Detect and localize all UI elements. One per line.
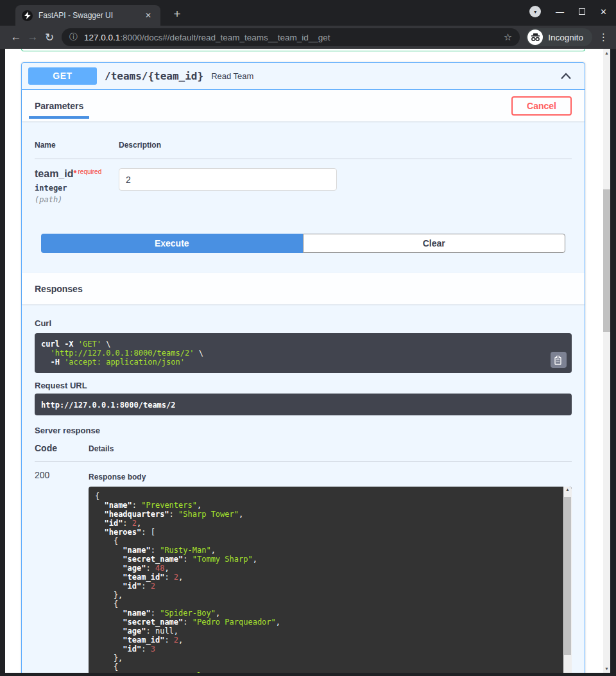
copy-to-clipboard-button[interactable]	[551, 352, 567, 368]
bookmark-star-icon[interactable]: ☆	[504, 31, 512, 43]
column-header-name: Name	[35, 141, 119, 150]
column-header-description: Description	[119, 141, 161, 150]
request-url-label: Request URL	[35, 381, 572, 390]
incognito-icon	[527, 30, 543, 45]
response-body-json: { "name": "Preventers", "headquarters": …	[95, 492, 559, 673]
window-controls: ▼ — ✕	[529, 6, 607, 17]
browser-menu-icon[interactable]: ⋮	[599, 31, 608, 43]
column-header-code: Code	[35, 443, 89, 453]
tab-close-icon[interactable]: ✕	[142, 10, 154, 21]
curl-command-block: curl -X 'GET' \ 'http://127.0.0.1:8000/t…	[35, 333, 572, 373]
browser-tab[interactable]: FastAPI - Swagger UI ✕	[15, 5, 160, 26]
http-method-badge: GET	[28, 67, 97, 85]
parameter-value-cell	[119, 168, 337, 204]
browser-toolbar: ← → ↻ ⓘ 127.0.0.1:8000/docs#/default/rea…	[0, 26, 616, 49]
response-details-cell: Response body { "name": "Preventers", "h…	[89, 470, 572, 673]
site-info-icon[interactable]: ⓘ	[69, 31, 78, 43]
endpoint-path: /teams/{team_id}	[105, 70, 203, 82]
responses-section-header: Responses	[22, 273, 585, 304]
page-scrollbar-down-icon[interactable]: ▼	[603, 666, 610, 671]
endpoint-summary: Read Team	[211, 71, 253, 81]
request-url-block: http://127.0.0.1:8000/teams/2	[35, 394, 572, 415]
required-label: required	[78, 168, 102, 175]
new-tab-button[interactable]: +	[169, 7, 185, 22]
execute-button-group: Execute Clear	[41, 234, 565, 253]
response-table-head: Code Details	[35, 443, 572, 462]
column-header-details: Details	[89, 444, 114, 453]
cancel-button[interactable]: Cancel	[511, 96, 572, 116]
tab-parameters: Parameters	[29, 92, 89, 119]
tab-title: FastAPI - Swagger UI	[38, 11, 142, 20]
url-path: :8000/docs#/default/read_team_teams__tea…	[120, 33, 330, 42]
curl-label: Curl	[35, 318, 572, 328]
response-body-scrollbar[interactable]: ▲	[563, 487, 572, 673]
parameter-name: team_id*required	[35, 168, 119, 180]
previous-opblock-bottom-edge	[21, 49, 585, 51]
responses-title: Responses	[35, 284, 83, 294]
clear-button[interactable]: Clear	[303, 234, 566, 253]
fastapi-favicon-icon	[22, 10, 33, 21]
team-id-input[interactable]	[119, 168, 337, 191]
address-bar[interactable]: ⓘ 127.0.0.1:8000/docs#/default/read_team…	[62, 28, 520, 46]
close-button[interactable]: ✕	[600, 8, 607, 16]
swagger-page: GET /teams/{team_id} Read Team Parameter…	[5, 49, 603, 673]
minimize-button[interactable]: —	[556, 8, 564, 16]
responses-area: Curl curl -X 'GET' \ 'http://127.0.0.1:8…	[22, 304, 585, 673]
forward-icon[interactable]: →	[24, 31, 41, 44]
curl-command-code: curl -X 'GET' \ 'http://127.0.0.1:8000/t…	[41, 340, 546, 367]
parameter-location: (path)	[35, 195, 119, 204]
response-body-label: Response body	[89, 472, 572, 481]
opblock-summary[interactable]: GET /teams/{team_id} Read Team	[22, 63, 585, 90]
parameter-row: team_id*required integer (path)	[35, 159, 572, 204]
tab-bar: FastAPI - Swagger UI ✕ + ▼ — ✕	[0, 0, 616, 26]
parameters-table-head: Name Description	[35, 134, 572, 159]
status-code: 200	[35, 470, 89, 673]
page-scrollbar[interactable]: ▲ ▼	[603, 49, 610, 673]
parameter-type: integer	[35, 184, 119, 193]
page-scrollbar-thumb[interactable]	[603, 189, 610, 332]
response-body-block: { "name": "Preventers", "headquarters": …	[89, 487, 572, 673]
parameters-area: Name Description team_id*required intege…	[22, 121, 585, 253]
reload-icon[interactable]: ↻	[41, 31, 58, 44]
browser-window: FastAPI - Swagger UI ✕ + ▼ — ✕ ← → ↻ ⓘ 1…	[0, 0, 616, 676]
incognito-badge: Incognito	[526, 28, 592, 46]
parameter-meta: team_id*required integer (path)	[35, 168, 119, 204]
request-url-value: http://127.0.0.1:8000/teams/2	[41, 401, 176, 410]
tab-search-icon[interactable]: ▼	[529, 6, 541, 17]
parameters-section-header: Parameters Cancel	[22, 90, 585, 121]
required-asterisk: *	[73, 168, 76, 178]
url-text[interactable]: 127.0.0.1:8000/docs#/default/read_team_t…	[84, 33, 499, 42]
maximize-button[interactable]	[579, 8, 585, 15]
execute-button[interactable]: Execute	[41, 234, 303, 253]
collapse-chevron-icon[interactable]	[560, 73, 572, 80]
url-host: 127.0.0.1	[84, 33, 120, 42]
response-row: 200 Response body { "name": "Preventers"…	[35, 462, 572, 673]
swagger-content: GET /teams/{team_id} Read Team Parameter…	[21, 49, 585, 673]
scrollbar-up-arrow-icon[interactable]: ▲	[563, 487, 572, 492]
opblock-get-teams: GET /teams/{team_id} Read Team Parameter…	[21, 62, 585, 673]
page-scrollbar-up-icon[interactable]: ▲	[603, 51, 610, 55]
back-icon[interactable]: ←	[8, 31, 24, 44]
incognito-label: Incognito	[548, 33, 583, 42]
server-response-label: Server response	[35, 426, 572, 435]
response-scrollbar-thumb[interactable]	[564, 497, 571, 655]
